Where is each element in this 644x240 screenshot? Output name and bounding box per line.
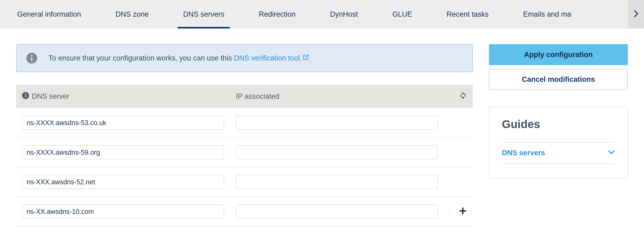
link-text: DNS verification tool.: [234, 54, 302, 62]
dns-server-input[interactable]: [22, 204, 224, 218]
svg-point-2: [31, 55, 33, 57]
info-icon: [22, 92, 29, 101]
dns-server-input[interactable]: [22, 116, 224, 130]
tab-label: Redirection: [259, 10, 296, 19]
svg-rect-7: [460, 210, 466, 212]
button-label: Cancel modifications: [522, 75, 595, 84]
column-header-ip: IP associated: [236, 92, 440, 101]
table-row: [16, 138, 473, 167]
tab-dynhost[interactable]: DynHost: [313, 0, 375, 29]
table-header: DNS server IP associated: [16, 84, 473, 108]
tabs-list: General information DNS zone DNS servers…: [0, 0, 644, 29]
button-label: Apply configuration: [524, 51, 593, 59]
apply-configuration-button[interactable]: Apply configuration: [489, 44, 628, 65]
info-banner-text: To ensure that your configuration works,…: [48, 54, 309, 62]
dns-server-input[interactable]: [22, 175, 224, 189]
guides-title: Guides: [502, 118, 615, 131]
dns-verification-link[interactable]: DNS verification tool.: [234, 54, 309, 62]
tab-emails[interactable]: Emails and ma: [506, 0, 589, 29]
ip-input[interactable]: [236, 204, 438, 218]
tab-recent-tasks[interactable]: Recent tasks: [429, 0, 506, 29]
table-row: [16, 167, 473, 197]
ip-input[interactable]: [236, 175, 438, 189]
tab-dns-servers[interactable]: DNS servers: [166, 0, 242, 29]
ip-input[interactable]: [236, 145, 438, 159]
tab-redirection[interactable]: Redirection: [242, 0, 313, 29]
chevron-down-icon: [608, 149, 615, 157]
external-link-icon: [302, 54, 309, 62]
cancel-modifications-button[interactable]: Cancel modifications: [489, 69, 628, 90]
column-header-dns-server: DNS server: [32, 92, 69, 101]
info-icon: [26, 53, 37, 63]
refresh-button[interactable]: [459, 92, 467, 101]
info-banner: To ensure that your configuration works,…: [16, 44, 473, 72]
svg-rect-1: [31, 57, 33, 61]
add-row-button[interactable]: [459, 207, 467, 216]
guides-item-dns-servers[interactable]: DNS servers: [502, 142, 615, 164]
guides-panel: Guides DNS servers: [489, 107, 628, 179]
tab-glue[interactable]: GLUE: [375, 0, 429, 29]
table-row: [16, 108, 473, 138]
tab-general-information[interactable]: General information: [0, 0, 98, 29]
table-row: [16, 197, 473, 227]
tabs-scroll-right-button[interactable]: [628, 0, 644, 29]
tabs-bar: General information DNS zone DNS servers…: [0, 0, 644, 29]
tab-dns-zone[interactable]: DNS zone: [98, 0, 166, 29]
tab-label: DynHost: [330, 10, 358, 19]
chevron-right-icon: [634, 10, 638, 19]
svg-point-5: [25, 93, 26, 94]
ip-input[interactable]: [236, 116, 438, 130]
tab-label: DNS servers: [183, 10, 224, 19]
svg-rect-4: [25, 95, 26, 97]
info-text-prefix: To ensure that your configuration works,…: [48, 54, 234, 62]
dns-server-input[interactable]: [22, 145, 224, 159]
tab-label: General information: [17, 10, 81, 19]
dns-servers-table: DNS server IP associated: [16, 84, 473, 227]
tab-label: GLUE: [392, 10, 412, 19]
tab-label: Emails and ma: [523, 10, 571, 19]
tab-label: Recent tasks: [447, 10, 489, 19]
tab-label: DNS zone: [116, 10, 149, 19]
guides-item-label: DNS servers: [502, 149, 545, 157]
